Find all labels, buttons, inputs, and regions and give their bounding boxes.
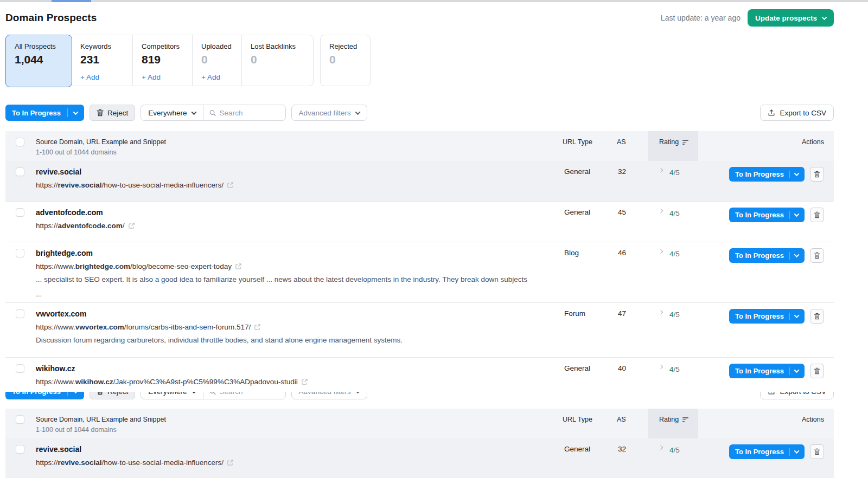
row-status-button[interactable]: To In Progress [729,309,805,324]
update-prospects-button[interactable]: Update prospects [748,9,834,27]
domain-name[interactable]: revive.social [36,445,563,454]
tab-rejected[interactable]: Rejected 0 [320,35,371,86]
tab-competitors[interactable]: Competitors 819 + Add [133,35,193,86]
trash-icon [814,171,820,178]
search-scope-select[interactable]: Everywhere [141,105,203,120]
domain-name[interactable]: revive.social [36,167,563,176]
prospect-tab-group: All Prospects 1,044 Keywords 231 + Add C… [5,35,314,86]
expand-chevron-icon[interactable] [659,365,663,369]
row-delete-button[interactable] [810,248,824,263]
row-checkbox[interactable] [16,364,24,373]
expand-chevron-icon[interactable] [659,168,663,172]
column-as: AS [617,131,648,161]
url-type-value: General [563,358,617,391]
row-delete-button[interactable] [810,444,824,459]
domain-name[interactable]: vwvortex.com [36,309,563,318]
page-header: Domain Prospects Last update: a year ago… [5,10,834,26]
chevron-down-icon [794,252,800,257]
tab-lost-backlinks[interactable]: Lost Backlinks 0 [242,35,313,86]
rating-cell: 4/5 [648,202,698,242]
select-all-checkbox[interactable] [16,415,24,424]
chevron-down-icon [191,109,196,115]
row-checkbox[interactable] [16,309,24,318]
url-line: https://adventofcode.com/ [36,222,563,230]
search-input[interactable] [220,109,279,117]
column-rating[interactable]: Rating [648,131,698,161]
as-value: 32 [617,161,648,201]
export-icon [768,109,775,117]
add-keywords-link[interactable]: + Add [80,73,132,81]
row-status-button[interactable]: To In Progress [729,167,805,182]
row-status-button[interactable]: To In Progress [729,208,805,222]
export-icon [768,392,775,395]
search-scope-select[interactable]: Everywhere [141,392,203,399]
export-csv-button[interactable]: Export to CSV [760,105,834,121]
url-line: https://www.vwvortex.com/forums/carbs-it… [36,323,563,331]
url-line: https://www.wikihow.cz/Jak-prov%C3%A9st-… [36,378,563,386]
clipped-toolbar-strip: To In Progress Reject Everywhere Adv [5,392,834,399]
rating-cell: 4/5 [648,438,698,478]
domain-name[interactable]: wikihow.cz [36,364,563,373]
table-row: wikihow.cz https://www.wikihow.cz/Jak-pr… [5,357,834,391]
column-rating[interactable]: Rating [648,409,698,438]
column-url-type: URL Type [563,409,617,438]
domain-name[interactable]: brightedge.com [36,249,563,257]
reject-button[interactable]: Reject [90,105,135,121]
search-input[interactable] [220,392,279,396]
external-link-icon[interactable] [128,222,135,229]
sort-icon[interactable] [682,140,688,145]
external-link-icon[interactable] [254,324,261,331]
table-row: revive.social https://revive.social/how-… [5,161,834,201]
select-all-checkbox[interactable] [16,138,24,146]
tab-keywords[interactable]: Keywords 231 + Add [72,35,133,86]
advanced-filters-button[interactable]: Advanced filters [291,392,367,399]
add-uploaded-link[interactable]: + Add [201,73,241,81]
as-value: 32 [617,438,648,478]
url-line: https://www.brightedge.com/blog/become-s… [36,262,563,270]
prospects-table-repeat: Source Domain, URL Example and Snippet 1… [5,409,834,478]
count-uploaded: 0 [201,53,241,66]
trash-icon [814,211,820,218]
row-checkbox[interactable] [16,208,24,217]
row-status-button[interactable]: To In Progress [729,444,805,459]
url-type-value: General [563,161,617,201]
row-delete-button[interactable] [810,167,824,182]
external-link-icon[interactable] [227,182,234,189]
expand-chevron-icon[interactable] [659,445,663,450]
rows-count-text: 1-100 out of 1044 domains [36,426,563,434]
bulk-action-button[interactable]: To In Progress [5,392,84,399]
tab-uploaded[interactable]: Uploaded 0 + Add [193,35,242,86]
chevron-down-icon [794,171,800,176]
row-checkbox[interactable] [16,167,24,176]
external-link-icon[interactable] [235,263,242,270]
advanced-filters-button[interactable]: Advanced filters [291,105,367,121]
row-status-button[interactable]: To In Progress [729,248,805,263]
row-checkbox[interactable] [16,445,24,454]
export-csv-button[interactable]: Export to CSV [760,392,834,399]
url-type-value: General [563,202,617,242]
sort-icon[interactable] [682,417,688,422]
row-checkbox[interactable] [16,249,24,257]
column-actions: Actions [698,409,834,438]
external-link-icon[interactable] [301,378,308,385]
rating-cell: 4/5 [648,242,698,302]
add-competitors-link[interactable]: + Add [142,73,192,81]
external-link-icon[interactable] [227,459,234,466]
count-keywords: 231 [80,53,132,66]
reject-button[interactable]: Reject [90,392,135,399]
expand-chevron-icon[interactable] [659,209,663,213]
expand-chevron-icon[interactable] [659,310,663,314]
domain-name[interactable]: adventofcode.com [36,208,563,217]
tab-all-prospects[interactable]: All Prospects 1,044 [5,35,72,87]
row-status-button[interactable]: To In Progress [729,364,805,378]
chevron-down-icon [355,392,360,393]
row-delete-button[interactable] [810,208,824,222]
rows-count-text: 1-100 out of 1044 domains [36,148,563,156]
bulk-action-button[interactable]: To In Progress [5,105,84,121]
url-type-value: General [563,438,617,478]
column-as: AS [617,409,648,438]
snippet-more: ... [36,289,563,300]
expand-chevron-icon[interactable] [659,249,663,254]
row-delete-button[interactable] [810,364,824,378]
row-delete-button[interactable] [810,309,824,324]
